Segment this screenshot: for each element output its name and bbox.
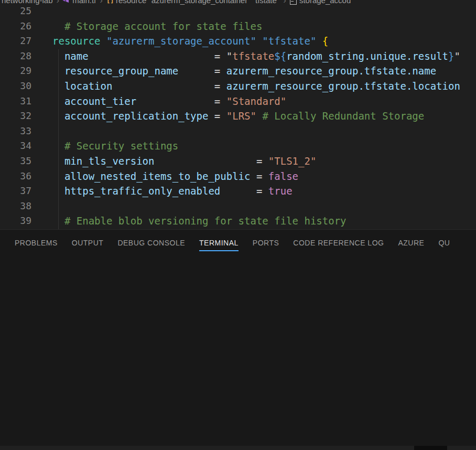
chevron-right-icon: › — [53, 0, 63, 5]
line-number: 39 — [0, 213, 31, 229]
code-text: resource_group_name = azurerm_resource_g… — [31, 63, 436, 79]
tab-qu[interactable]: QU — [438, 237, 450, 251]
line-number: 27 — [0, 34, 31, 49]
code-line: 33 — [0, 124, 476, 139]
line-number: 37 — [0, 184, 31, 199]
breadcrumb-label: networking-lab — [2, 0, 53, 5]
code-text: name = "tfstate${random_string.unique.re… — [31, 49, 460, 64]
breadcrumb-label: main.tf — [72, 0, 96, 5]
field-icon — [290, 0, 297, 5]
code-text: min_tls_version = "TLS1_2" — [31, 154, 316, 169]
tab-output[interactable]: OUTPUT — [72, 237, 104, 251]
line-number: 25 — [0, 7, 31, 19]
code-text: allow_nested_items_to_be_public = false — [31, 169, 298, 184]
code-line: 32 account_replication_type = "LRS" # Lo… — [0, 109, 476, 124]
tab-debug-console[interactable]: DEBUG CONSOLE — [117, 237, 185, 251]
breadcrumb-label: resource "azurerm_storage_container" "tf… — [116, 0, 279, 5]
line-number: 35 — [0, 154, 31, 169]
chevron-right-icon: › — [279, 0, 290, 5]
panel-tab-bar: PROBLEMSOUTPUTDEBUG CONSOLETERMINALPORTS… — [0, 230, 476, 258]
line-number: 34 — [0, 138, 31, 154]
line-number: 31 — [0, 94, 31, 109]
code-line: 39 # Enable blob versioning for state fi… — [0, 213, 476, 229]
code-text: # Security settings — [31, 138, 178, 154]
code-line: 36 allow_nested_items_to_be_public = fal… — [0, 169, 476, 184]
code-line: 30 location = azurerm_resource_group.tfs… — [0, 79, 476, 94]
scrollbar-notch — [414, 446, 447, 450]
code-line: 28 name = "tfstate${random_string.unique… — [0, 49, 476, 64]
code-line: 25 — [0, 7, 476, 19]
line-number: 38 — [0, 199, 31, 214]
line-number: 32 — [0, 109, 31, 124]
code-text: resource "azurerm_storage_account" "tfst… — [31, 34, 328, 49]
terraform-icon — [63, 0, 70, 4]
code-line: 38 — [0, 199, 476, 214]
code-line: 26 # Storage account for state files — [0, 19, 476, 34]
code-text: location = azurerm_resource_group.tfstat… — [31, 79, 460, 94]
line-number: 36 — [0, 169, 31, 184]
code-line: 29 resource_group_name = azurerm_resourc… — [0, 63, 476, 79]
code-text — [31, 199, 52, 214]
bottom-panel: PROBLEMSOUTPUTDEBUG CONSOLETERMINALPORTS… — [0, 229, 476, 450]
code-line: 35 min_tls_version = "TLS1_2" — [0, 154, 476, 169]
tab-ports[interactable]: PORTS — [253, 237, 279, 251]
line-number: 33 — [0, 124, 31, 139]
code-text: account_replication_type = "LRS" # Local… — [31, 109, 424, 124]
line-number: 30 — [0, 79, 31, 94]
breadcrumb-item[interactable]: storage_accou — [290, 0, 351, 5]
breadcrumb-label: storage_accou — [299, 0, 351, 5]
code-text: # Storage account for state files — [31, 19, 262, 34]
breadcrumb: networking-lab›main.tf›resource "azurerm… — [0, 0, 476, 7]
chevron-right-icon: › — [96, 0, 106, 5]
code-line: 31 account_tier = "Standard" — [0, 94, 476, 109]
code-text: # Enable blob versioning for state file … — [31, 213, 347, 229]
breadcrumb-item[interactable]: networking-lab — [2, 0, 53, 5]
line-number: 29 — [0, 63, 31, 79]
code-text: https_traffic_only_enabled = true — [31, 184, 293, 199]
code-line: 34 # Security settings — [0, 138, 476, 154]
code-editor[interactable]: 2526 # Storage account for state files27… — [0, 7, 476, 229]
tab-terminal[interactable]: TERMINAL — [199, 237, 239, 251]
code-line: 37 https_traffic_only_enabled = true — [0, 184, 476, 199]
line-number: 28 — [0, 49, 31, 64]
code-line: 27resource "azurerm_storage_account" "tf… — [0, 34, 476, 49]
code-text — [31, 124, 52, 139]
code-text — [31, 7, 52, 19]
breadcrumb-item[interactable]: main.tf — [63, 0, 96, 5]
line-number: 26 — [0, 19, 31, 34]
tab-azure[interactable]: AZURE — [398, 237, 424, 251]
breadcrumb-item[interactable]: resource "azurerm_storage_container" "tf… — [106, 0, 279, 5]
tab-problems[interactable]: PROBLEMS — [15, 237, 58, 251]
tab-code-reference-log[interactable]: CODE REFERENCE LOG — [293, 237, 384, 251]
code-text: account_tier = "Standard" — [31, 94, 286, 109]
array-icon — [106, 0, 113, 4]
bottom-edge — [0, 446, 476, 450]
